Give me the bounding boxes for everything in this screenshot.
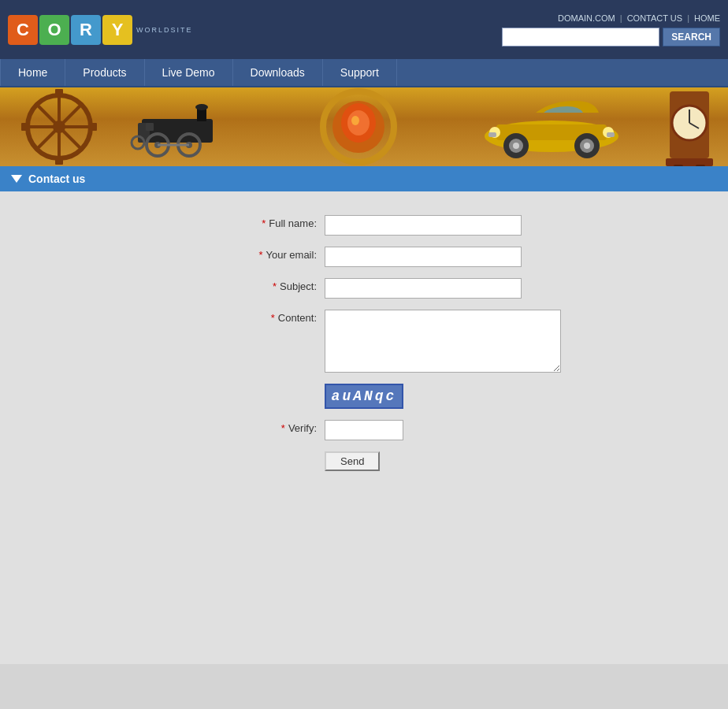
subject-label: *Subject: [167,278,325,292]
svg-rect-21 [146,123,154,131]
svg-rect-44 [674,165,683,166]
email-input[interactable] [325,247,522,267]
captcha-spacer [167,384,325,386]
separator-2: | [687,13,689,23]
banner [0,87,728,166]
content-row: *Content: [167,310,561,373]
logo: C O R Y [8,15,132,45]
fullname-input[interactable] [325,215,522,236]
captcha-image: auANqc [325,384,403,409]
top-links: DOMAIN.COM | CONTACT US | HOME [558,13,720,23]
send-row: Send [167,451,561,471]
logo-tile-c: C [8,15,38,45]
fullname-label: *Full name: [167,215,325,229]
navbar: Home Products Live Demo Downloads Suppor… [0,59,728,87]
svg-rect-43 [666,158,713,166]
contact-us-link[interactable]: CONTACT US [627,13,683,23]
contact-header-label: Contact us [28,173,85,185]
search-button[interactable]: SEARCH [663,28,720,46]
logo-text-area: WORLDSITE [136,26,193,34]
svg-point-31 [513,143,519,149]
email-row: *Your email: [167,247,561,267]
home-link[interactable]: HOME [694,13,720,23]
subject-input[interactable] [325,278,522,299]
triangle-icon [11,175,22,183]
svg-rect-10 [89,123,97,131]
verify-input[interactable] [325,420,403,440]
send-spacer [167,451,325,454]
search-input[interactable] [502,28,659,46]
nav-products[interactable]: Products [65,59,144,86]
logo-tile-o: O [39,15,69,45]
logo-tile-r: R [71,15,101,45]
svg-rect-38 [607,132,615,137]
required-star-email: * [258,249,262,261]
svg-rect-9 [21,123,29,131]
header: C O R Y WORLDSITE DOMAIN.COM | CONTACT U… [0,0,728,59]
svg-point-26 [351,116,359,125]
required-star-fullname: * [262,217,266,229]
main-content: *Full name: *Your email: *Subject: *Cont… [0,191,728,664]
subject-row: *Subject: [167,278,561,299]
contact-header: Contact us [0,166,728,191]
worldsite-label: WORLDSITE [136,26,193,34]
nav-downloads[interactable]: Downloads [233,59,323,86]
svg-rect-7 [55,89,63,97]
logo-tile-y: Y [102,15,132,45]
search-bar: SEARCH [502,28,720,46]
svg-rect-8 [55,157,63,165]
nav-live-demo[interactable]: Live Demo [145,59,233,86]
required-star-content: * [271,312,275,324]
verify-row: *Verify: [167,420,561,440]
content-label: *Content: [167,310,325,324]
logo-area: C O R Y WORLDSITE [8,15,193,45]
send-button[interactable]: Send [325,451,380,471]
fullname-row: *Full name: [167,215,561,236]
svg-point-34 [584,143,590,149]
verify-label: *Verify: [167,420,325,434]
svg-point-14 [195,104,208,110]
email-label: *Your email: [167,247,325,261]
required-star-verify: * [281,422,285,434]
contact-form: *Full name: *Your email: *Subject: *Cont… [167,215,561,482]
required-star-subject: * [273,280,277,292]
svg-rect-45 [696,165,705,166]
nav-home[interactable]: Home [0,59,65,86]
top-right-area: DOMAIN.COM | CONTACT US | HOME SEARCH [502,13,720,46]
separator-1: | [620,13,622,23]
captcha-row: auANqc [167,384,561,409]
domain-link[interactable]: DOMAIN.COM [558,13,615,23]
nav-support[interactable]: Support [323,59,397,86]
content-textarea[interactable] [325,310,561,373]
svg-rect-37 [488,132,496,137]
banner-background [0,87,728,166]
